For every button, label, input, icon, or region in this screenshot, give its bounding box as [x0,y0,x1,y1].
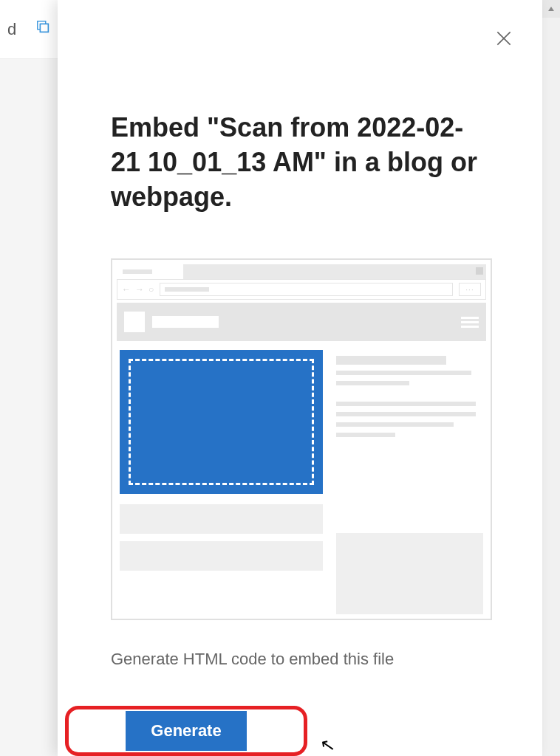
illustration-address-bar [160,283,453,296]
illustration-logo [124,312,145,332]
copy-stack-icon [35,19,52,40]
illustration-text-line [336,402,476,406]
close-button[interactable] [488,22,520,55]
illustration-back-icon: ← [122,284,131,295]
toolbar-text-fragment-left: d [7,20,16,39]
illustration-brand [152,316,219,328]
illustration-tab-close-icon [476,267,483,275]
illustration-body [117,350,486,614]
panel-title: Embed "Scan from 2022-02-21 10_01_13 AM"… [111,111,492,214]
close-icon [494,29,513,48]
illustration-text-line [336,433,395,437]
scrollbar[interactable] [542,0,560,756]
illustration-menu-icon: ··· [459,283,481,296]
illustration-left-block [120,541,323,571]
illustration-embed-region [120,350,323,494]
illustration-left-block [120,504,323,534]
illustration-text-line [336,381,410,385]
illustration-text-line [336,356,446,365]
scrollbar-up-arrow-icon[interactable] [542,0,560,18]
illustration-page-header [117,303,486,341]
highlight-annotation: Generate ↖ [65,706,307,756]
panel-caption: Generate HTML code to embed this file [111,650,492,669]
illustration-text-line [336,422,454,427]
illustration-text-line [336,412,476,416]
generate-button[interactable]: Generate [126,711,246,751]
illustration-forward-icon: → [135,284,144,295]
svg-marker-3 [548,7,554,11]
illustration-right-block [336,533,483,614]
illustration-text-line [336,371,471,375]
illustration-refresh-icon: ○ [148,284,154,295]
illustration-navbar: ← → ○ ··· [117,279,486,300]
illustration-tab [117,264,183,279]
embed-panel: Embed "Scan from 2022-02-21 10_01_13 AM"… [58,0,542,756]
cursor-icon: ↖ [318,733,337,756]
illustration-hamburger-icon [461,317,479,328]
illustration-tabbar [117,264,486,279]
embed-illustration: ← → ○ ··· [111,258,492,620]
svg-rect-1 [41,24,49,32]
